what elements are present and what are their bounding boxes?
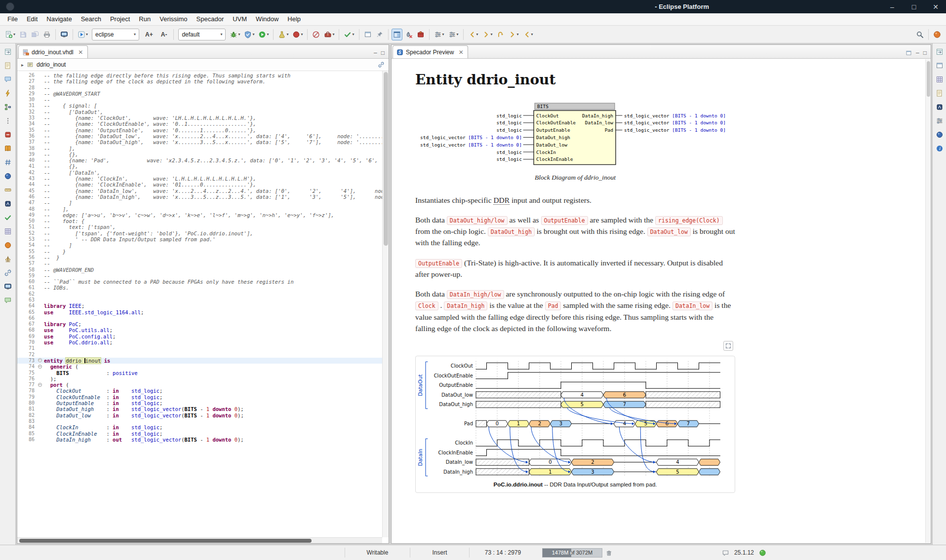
feedback-bubble-icon[interactable] bbox=[722, 549, 729, 557]
minimized-comments-view-chat-icon[interactable] bbox=[2, 74, 13, 85]
minimized-info-view-info-icon[interactable]: i bbox=[934, 143, 945, 154]
code-line-50[interactable]: 50-- foot: { bbox=[17, 218, 382, 224]
minimized-filter-view-sliders-icon[interactable] bbox=[934, 115, 945, 126]
minimized-links-view-link-icon[interactable] bbox=[2, 267, 13, 278]
build-package-button[interactable] bbox=[415, 29, 426, 40]
code-line-33[interactable]: 33-- {name: 'ClockOut', wave: 'LH.L.H.L.… bbox=[17, 115, 382, 121]
search-button[interactable] bbox=[914, 29, 925, 40]
code-line-28[interactable]: 28-- bbox=[17, 85, 382, 91]
view-menu-icon[interactable] bbox=[906, 50, 912, 56]
menu-uvm[interactable]: UVM bbox=[228, 13, 251, 25]
open-console-button[interactable] bbox=[59, 29, 70, 40]
minimized-doc-view-doc-icon[interactable] bbox=[934, 88, 945, 99]
breadcrumb-entity-label[interactable]: ddrio_inout bbox=[37, 61, 66, 68]
code-line-52[interactable]: 52-- ['tspan', {'font-weight': 'bold'}, … bbox=[17, 230, 382, 236]
minimized-hierarchy-view-tree-icon[interactable] bbox=[2, 102, 13, 112]
code-line-77[interactable]: 77− port ( bbox=[17, 382, 382, 388]
minimized-compile-view-bolt-icon[interactable] bbox=[2, 88, 13, 99]
font-decrease-button[interactable]: A- bbox=[158, 29, 171, 40]
link-with-editor-icon[interactable] bbox=[378, 61, 385, 68]
minimized-checks-view-check-icon[interactable] bbox=[2, 212, 13, 223]
code-line-34[interactable]: 34-- {name: 'ClockOutEnable', wave: '0..… bbox=[17, 121, 382, 127]
minimized-chart-view-navy-icon[interactable] bbox=[934, 102, 945, 112]
code-line-39[interactable]: 39-- {}, bbox=[17, 151, 382, 157]
font-increase-button[interactable]: A+ bbox=[142, 29, 157, 40]
menu-help[interactable]: Help bbox=[283, 13, 305, 25]
new-test-button[interactable]: ▾ bbox=[276, 29, 290, 40]
minimized-compare-view-scale-icon[interactable] bbox=[2, 254, 13, 264]
code-line-43[interactable]: 43-- {name: 'ClockIn', wave: 'L.H.L.H.L.… bbox=[17, 176, 382, 182]
code-editor[interactable]: 26-- the falling edge directly before th… bbox=[17, 73, 382, 537]
minimize-pane-button[interactable]: – bbox=[916, 49, 919, 56]
skip-breakpoints-button[interactable] bbox=[311, 29, 321, 40]
code-line-40[interactable]: 40-- {name: 'Pad', wave: 'x2.3.4.5.z...2… bbox=[17, 157, 382, 163]
code-line-86[interactable]: 86 DataIn_high : out std_logic_vector(BI… bbox=[17, 437, 382, 443]
code-line-61[interactable]: 61-- IOBs. bbox=[17, 285, 382, 291]
annotations-button[interactable]: ▾ bbox=[447, 29, 460, 40]
close-window-button[interactable]: ✕ bbox=[930, 1, 941, 12]
code-line-63[interactable]: 63 bbox=[17, 297, 382, 303]
code-line-30[interactable]: 30-- bbox=[17, 97, 382, 103]
profile-button[interactable]: ▾ bbox=[291, 29, 304, 40]
minimized-terminal-view-monitor-icon[interactable] bbox=[2, 281, 13, 292]
new-window-button[interactable] bbox=[362, 29, 373, 40]
code-line-59[interactable]: 59-- bbox=[17, 273, 382, 279]
code-line-62[interactable]: 62 bbox=[17, 291, 382, 297]
code-line-48[interactable]: 48-- ], bbox=[17, 206, 382, 212]
next-annotation-button[interactable]: ▾ bbox=[507, 29, 520, 40]
menu-verissimo[interactable]: Verissimo bbox=[155, 13, 192, 25]
code-line-71[interactable]: 71 bbox=[17, 345, 382, 351]
code-line-85[interactable]: 85 ClockInEnable : in std_logic; bbox=[17, 431, 382, 437]
menu-specador[interactable]: Specador bbox=[192, 13, 229, 25]
code-line-49[interactable]: 49-- edge: ['a~>u', 'b~>v', 'c~>w', 'd~>… bbox=[17, 212, 382, 218]
external-tools-button[interactable]: ▾ bbox=[322, 29, 336, 40]
minimized-palette-view-grid-icon[interactable] bbox=[934, 74, 945, 85]
code-line-74[interactable]: 74− generic ( bbox=[17, 364, 382, 370]
minimize-pane-button[interactable]: – bbox=[374, 49, 377, 56]
run-garbage-collector-icon[interactable] bbox=[605, 549, 613, 557]
code-line-45[interactable]: 45-- {name: 'DataIn_low', wave: 'x....2.… bbox=[17, 188, 382, 194]
code-line-42[interactable]: 42-- ['DataIn', bbox=[17, 170, 382, 176]
prev-annotation-button[interactable]: ▾ bbox=[521, 29, 535, 40]
more-views-dots-icon[interactable] bbox=[2, 115, 13, 126]
code-line-54[interactable]: 54-- ] bbox=[17, 242, 382, 248]
menu-file[interactable]: File bbox=[3, 13, 22, 25]
code-line-78[interactable]: 78 ClockOut : in std_logic; bbox=[17, 388, 382, 394]
new-wizard-button[interactable]: ▾ bbox=[3, 29, 17, 40]
maximize-pane-button[interactable]: □ bbox=[923, 49, 927, 56]
close-tab-icon[interactable]: ✕ bbox=[458, 49, 464, 56]
minimized-semantic-view-bluedot-icon[interactable] bbox=[934, 129, 945, 140]
code-line-46[interactable]: 46-- {name: 'DataIn_high', wave: 'x....3… bbox=[17, 194, 382, 200]
code-line-68[interactable]: 68use PoC.utils.all; bbox=[17, 327, 382, 333]
maximize-pane-button[interactable]: □ bbox=[381, 49, 385, 56]
dvt-perspective-button[interactable] bbox=[932, 29, 943, 40]
editor-horizontal-scrollbar[interactable] bbox=[17, 537, 382, 543]
restore-views-restore-icon[interactable] bbox=[2, 46, 13, 57]
code-line-58[interactable]: 58-- @WAVEDROM_END bbox=[17, 267, 382, 273]
code-line-67[interactable]: 67library PoC; bbox=[17, 321, 382, 327]
code-line-79[interactable]: 79 ClockOutEnable : in std_logic; bbox=[17, 394, 382, 400]
minimized-todo-view-orangedot-icon[interactable] bbox=[2, 240, 13, 251]
tab-ddrio-inout-vhdl[interactable]: ddrio_inout.vhdl ✕ bbox=[18, 45, 88, 58]
print-button[interactable] bbox=[41, 29, 52, 40]
run-external-button[interactable]: ▾ bbox=[76, 29, 89, 40]
code-line-73[interactable]: 73−entity ddrio_inout is bbox=[17, 358, 382, 364]
toggle-preview-button[interactable] bbox=[392, 29, 402, 40]
code-line-72[interactable]: 72 bbox=[17, 352, 382, 358]
menu-search[interactable]: Search bbox=[77, 13, 106, 25]
code-line-36[interactable]: 36-- {name: 'DataOut_low', wave: 'x.....… bbox=[17, 133, 382, 139]
code-line-81[interactable]: 81 DataOut_high : in std_logic_vector(BI… bbox=[17, 406, 382, 412]
code-line-70[interactable]: 70use PoC.ddrio.all; bbox=[17, 339, 382, 345]
code-line-44[interactable]: 44-- {name: 'ClockInEnable', wave: '01..… bbox=[17, 182, 382, 187]
menu-run[interactable]: Run bbox=[134, 13, 155, 25]
code-line-51[interactable]: 51-- text: ['tspan', bbox=[17, 224, 382, 230]
minimized-semantic-view-bluedot-icon[interactable] bbox=[2, 171, 13, 182]
code-line-55[interactable]: 55-- } bbox=[17, 249, 382, 255]
save-button[interactable] bbox=[18, 29, 29, 40]
menu-navigate[interactable]: Navigate bbox=[42, 13, 76, 25]
menu-window[interactable]: Window bbox=[251, 13, 283, 25]
minimized-notes-view-chatg-icon[interactable] bbox=[2, 295, 13, 306]
breadcrumb-expand-icon[interactable]: ▸ bbox=[21, 62, 24, 68]
code-line-56[interactable]: 56-- } bbox=[17, 255, 382, 261]
code-line-60[interactable]: 60-- ``Pad`` must be connected to a PAD … bbox=[17, 279, 382, 285]
